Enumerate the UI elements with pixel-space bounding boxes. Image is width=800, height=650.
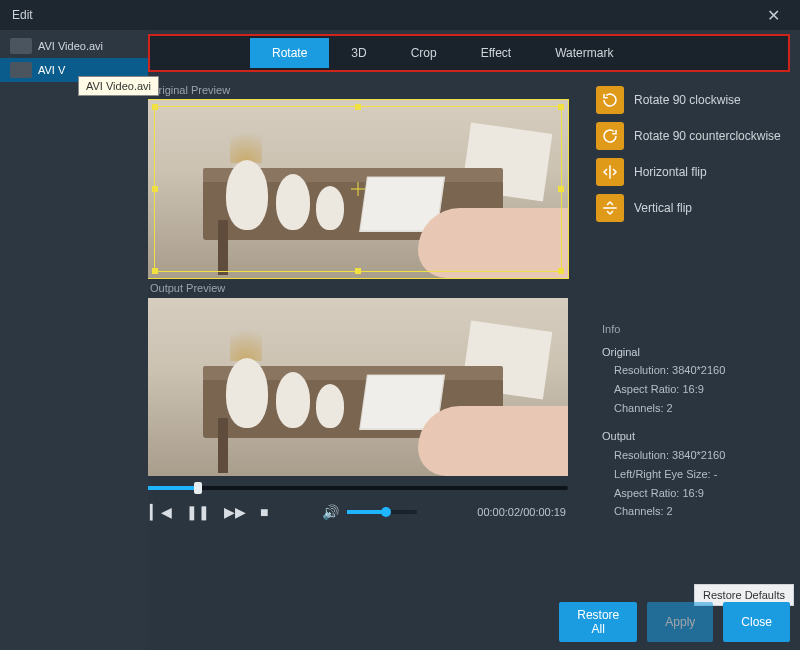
crop-handle[interactable] [152,186,158,192]
flip-v-label: Vertical flip [634,201,692,215]
output-preview [148,298,568,476]
info-row: Resolution: 3840*2160 [602,446,786,465]
crop-handle[interactable] [558,104,564,110]
rotate-cw-label: Rotate 90 clockwise [634,93,741,107]
info-row: Left/Right Eye Size: - [602,465,786,484]
tab-effect[interactable]: Effect [459,38,533,68]
file-name: AVI V [38,64,65,76]
crop-handle[interactable] [558,268,564,274]
crop-selection[interactable] [154,106,562,272]
file-name: AVI Video.avi [38,40,103,52]
crop-handle[interactable] [355,104,361,110]
rotate-cw-icon[interactable] [596,86,624,114]
apply-button[interactable]: Apply [647,602,713,642]
info-row: Aspect Ratio: 16:9 [602,484,786,503]
flip-vertical-icon[interactable] [596,194,624,222]
video-thumb-icon [10,62,32,78]
info-row: Resolution: 3840*2160 [602,361,786,380]
prev-icon[interactable]: ▎◀ [150,504,172,520]
rotate-ccw-label: Rotate 90 counterclockwise [634,129,781,143]
crop-handle[interactable] [152,268,158,274]
seek-thumb[interactable] [194,482,202,494]
close-button[interactable]: Close [723,602,790,642]
file-item[interactable]: AVI Video.avi [0,34,148,58]
tab-rotate[interactable]: Rotate [250,38,329,68]
seek-slider[interactable] [148,486,568,490]
pause-icon[interactable]: ❚❚ [186,504,210,520]
tab-crop[interactable]: Crop [389,38,459,68]
rotate-ccw-icon[interactable] [596,122,624,150]
close-icon[interactable]: ✕ [759,2,788,29]
stop-icon[interactable]: ■ [260,504,268,520]
flip-h-label: Horizontal flip [634,165,707,179]
fast-forward-icon[interactable]: ▶▶ [224,504,246,520]
info-output-title: Output [602,427,786,446]
volume-icon[interactable]: 🔊 [322,504,339,520]
flip-horizontal-icon[interactable] [596,158,624,186]
volume-thumb[interactable] [381,507,391,517]
edit-tabbar: Rotate 3D Crop Effect Watermark [148,34,790,72]
crop-handle[interactable] [152,104,158,110]
tab-watermark[interactable]: Watermark [533,38,635,68]
titlebar: Edit ✕ [0,0,800,30]
info-original-title: Original [602,343,786,362]
original-preview[interactable] [148,100,568,278]
window-title: Edit [12,8,33,22]
output-preview-label: Output Preview [150,282,578,294]
crop-handle[interactable] [355,268,361,274]
volume-slider[interactable] [347,510,417,514]
original-preview-label: Original Preview [150,84,578,96]
crop-handle[interactable] [558,186,564,192]
info-row: Channels: 2 [602,399,786,418]
info-row: Aspect Ratio: 16:9 [602,380,786,399]
info-header: Info [596,320,786,339]
file-sidebar: AVI Video.avi AVI V AVI Video.avi [0,30,148,650]
timecode: 00:00:02/00:00:19 [477,506,566,518]
video-frame [148,298,568,476]
video-thumb-icon [10,38,32,54]
restore-all-button[interactable]: Restore All [559,602,637,642]
file-tooltip: AVI Video.avi [78,76,159,96]
tab-3d[interactable]: 3D [329,38,388,68]
info-row: Channels: 2 [602,502,786,521]
